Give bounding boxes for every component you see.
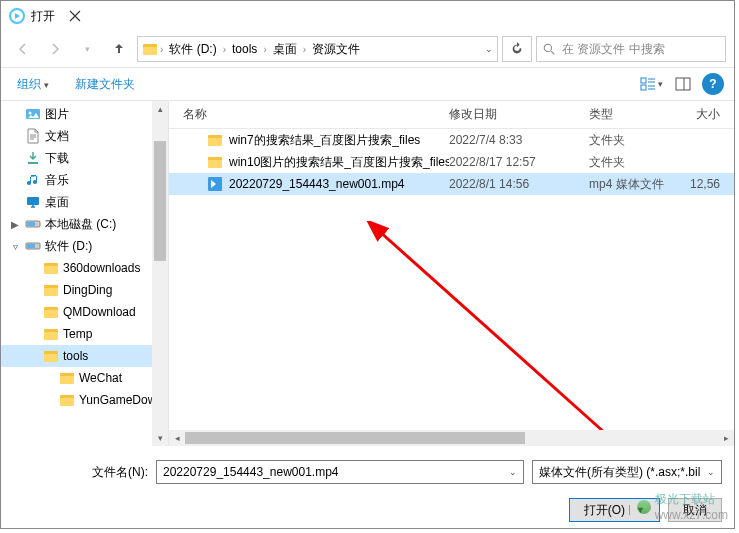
tree-item-label: 图片 <box>45 106 69 123</box>
breadcrumb-dropdown[interactable]: ⌄ <box>485 44 493 54</box>
chevron-down-icon[interactable]: ⌄ <box>509 467 517 477</box>
tree-chevron-icon[interactable]: ▿ <box>9 241 21 252</box>
back-button[interactable] <box>9 35 37 63</box>
file-type: mp4 媒体文件 <box>589 176 689 193</box>
filename-value: 20220729_154443_new001.mp4 <box>163 465 339 479</box>
svg-rect-11 <box>27 244 35 248</box>
scroll-up-arrow[interactable]: ▴ <box>152 101 168 117</box>
filetype-select[interactable]: 媒体文件(所有类型) (*.asx;*.bil ⌄ <box>532 460 722 484</box>
close-button[interactable] <box>55 2 95 30</box>
svg-rect-2 <box>641 78 646 83</box>
tree-item-label: Temp <box>63 327 92 341</box>
mp4-icon <box>207 176 223 192</box>
open-button[interactable]: 打开(O)▼ <box>569 498 660 522</box>
folder-icon <box>43 282 59 298</box>
scroll-right-arrow[interactable]: ▸ <box>718 430 734 446</box>
column-size[interactable]: 大小 <box>689 106 734 123</box>
sidebar: 图片文档下载音乐桌面▶本地磁盘 (C:)▿软件 (D:)360downloads… <box>1 101 169 446</box>
breadcrumb-item[interactable]: 资源文件 <box>308 39 364 60</box>
drive-c-icon <box>25 216 41 232</box>
help-button[interactable]: ? <box>702 73 724 95</box>
filename-input[interactable]: 20220729_154443_new001.mp4 ⌄ <box>156 460 524 484</box>
tree-item[interactable]: DingDing <box>1 279 168 301</box>
cancel-button[interactable]: 取消 <box>668 498 722 522</box>
tree-item-label: tools <box>63 349 88 363</box>
column-date[interactable]: 修改日期 <box>449 106 589 123</box>
tree-item[interactable]: Temp <box>1 323 168 345</box>
chevron-right-icon: › <box>160 44 163 55</box>
recent-dropdown[interactable]: ▾ <box>73 35 101 63</box>
tree-item[interactable]: 桌面 <box>1 191 168 213</box>
search-placeholder: 在 资源文件 中搜索 <box>562 41 665 58</box>
tree-item[interactable]: 下载 <box>1 147 168 169</box>
tree-item[interactable]: 360downloads <box>1 257 168 279</box>
horizontal-scrollbar[interactable]: ◂ ▸ <box>169 430 734 446</box>
tree-item-label: QMDownload <box>63 305 136 319</box>
tree-item[interactable]: QMDownload <box>1 301 168 323</box>
tree-item[interactable]: tools <box>1 345 168 367</box>
new-folder-button[interactable]: 新建文件夹 <box>69 72 141 97</box>
chevron-right-icon: › <box>303 44 306 55</box>
tree-item[interactable]: ▿软件 (D:) <box>1 235 168 257</box>
folder-icon <box>59 392 75 408</box>
tree-item[interactable]: 图片 <box>1 103 168 125</box>
tree-item[interactable]: WeChat <box>1 367 168 389</box>
organize-menu[interactable]: 组织 ▾ <box>11 72 55 97</box>
breadcrumb[interactable]: › 软件 (D:) › tools › 桌面 › 资源文件 ⌄ <box>137 36 498 62</box>
chevron-down-icon[interactable]: ⌄ <box>707 467 715 477</box>
tree-item-label: 软件 (D:) <box>45 238 92 255</box>
tree-item[interactable]: ▶本地磁盘 (C:) <box>1 213 168 235</box>
tree-item-label: 360downloads <box>63 261 140 275</box>
svg-point-6 <box>29 112 32 115</box>
scrollbar-thumb[interactable] <box>154 141 166 261</box>
search-input[interactable]: 在 资源文件 中搜索 <box>536 36 726 62</box>
refresh-button[interactable] <box>502 36 532 62</box>
tree-item[interactable]: 音乐 <box>1 169 168 191</box>
chevron-right-icon: › <box>223 44 226 55</box>
column-type[interactable]: 类型 <box>589 106 689 123</box>
breadcrumb-item[interactable]: tools <box>228 40 261 58</box>
tree-item[interactable]: YunGameDown <box>1 389 168 411</box>
preview-pane-button[interactable] <box>670 72 696 96</box>
svg-rect-4 <box>676 78 690 90</box>
column-name[interactable]: 名称 <box>169 106 449 123</box>
scroll-down-arrow[interactable]: ▾ <box>152 430 168 446</box>
folder-icon <box>59 370 75 386</box>
sidebar-scrollbar[interactable]: ▴ ▾ <box>152 101 168 446</box>
tree-item[interactable]: 文档 <box>1 125 168 147</box>
file-name: win7的搜索结果_百度图片搜索_files <box>229 132 420 149</box>
file-name: win10图片的搜索结果_百度图片搜索_files <box>229 154 449 171</box>
file-date: 2022/8/17 12:57 <box>449 155 589 169</box>
file-date: 2022/7/4 8:33 <box>449 133 589 147</box>
chevron-right-icon: › <box>263 44 266 55</box>
scroll-left-arrow[interactable]: ◂ <box>169 430 185 446</box>
documents-icon <box>25 128 41 144</box>
tree-item-label: 桌面 <box>45 194 69 211</box>
bottom-panel: 文件名(N): 20220729_154443_new001.mp4 ⌄ 媒体文… <box>1 446 734 533</box>
titlebar: 打开 <box>1 1 734 31</box>
file-row[interactable]: win10图片的搜索结果_百度图片搜索_files2022/8/17 12:57… <box>169 151 734 173</box>
tree-item-label: 文档 <box>45 128 69 145</box>
nav-bar: ▾ › 软件 (D:) › tools › 桌面 › 资源文件 ⌄ 在 资源文件… <box>1 31 734 67</box>
column-headers: 名称 修改日期 类型 大小 <box>169 101 734 129</box>
music-icon <box>25 172 41 188</box>
file-row[interactable]: win7的搜索结果_百度图片搜索_files2022/7/4 8:33文件夹 <box>169 129 734 151</box>
main-area: 图片文档下载音乐桌面▶本地磁盘 (C:)▿软件 (D:)360downloads… <box>1 101 734 446</box>
scrollbar-thumb[interactable] <box>185 432 525 444</box>
folder-icon <box>43 260 59 276</box>
breadcrumb-item[interactable]: 软件 (D:) <box>165 39 220 60</box>
file-date: 2022/8/1 14:56 <box>449 177 589 191</box>
view-mode-button[interactable]: ▾ <box>638 72 664 96</box>
filetype-value: 媒体文件(所有类型) (*.asx;*.bil <box>539 464 700 481</box>
drive-icon <box>142 41 158 57</box>
file-row[interactable]: 20220729_154443_new001.mp42022/8/1 14:56… <box>169 173 734 195</box>
breadcrumb-item[interactable]: 桌面 <box>269 39 301 60</box>
tree-item-label: 下载 <box>45 150 69 167</box>
forward-button[interactable] <box>41 35 69 63</box>
tree-chevron-icon[interactable]: ▶ <box>9 219 21 230</box>
svg-rect-7 <box>27 197 39 205</box>
toolbar: 组织 ▾ 新建文件夹 ▾ ? <box>1 67 734 101</box>
up-button[interactable] <box>105 35 133 63</box>
folder-icon <box>43 348 59 364</box>
desktop-icon <box>25 194 41 210</box>
